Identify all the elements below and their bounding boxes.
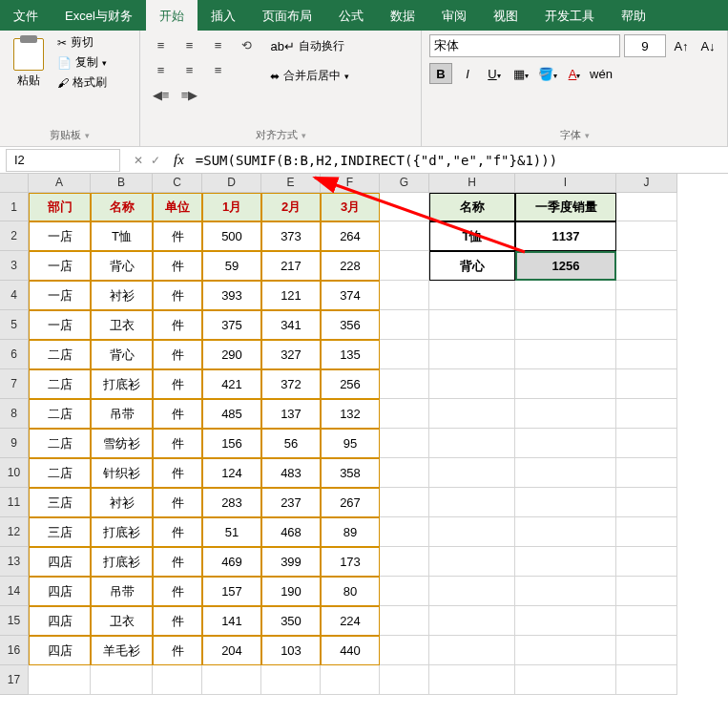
cell-J10[interactable]	[616, 458, 677, 488]
cell-C10[interactable]: 件	[153, 458, 202, 488]
font-size-select[interactable]	[624, 34, 666, 57]
cell-I9[interactable]	[515, 429, 616, 458]
cell-F14[interactable]: 80	[321, 577, 380, 606]
format-painter-button[interactable]: 🖌格式刷	[57, 74, 107, 91]
cell-B1[interactable]: 名称	[91, 193, 153, 221]
cell-G6[interactable]	[380, 340, 429, 369]
row-header-9[interactable]: 9	[0, 429, 29, 458]
cell-F15[interactable]: 224	[321, 606, 380, 636]
select-all-corner[interactable]	[0, 174, 29, 193]
row-header-12[interactable]: 12	[0, 517, 29, 547]
align-mid-button[interactable]: ≡	[177, 34, 201, 55]
row-header-16[interactable]: 16	[0, 636, 29, 665]
cell-B11[interactable]: 衬衫	[91, 488, 153, 517]
cell-F7[interactable]: 256	[321, 369, 380, 399]
cell-D4[interactable]: 393	[202, 281, 261, 310]
cell-D1[interactable]: 1月	[202, 193, 261, 221]
cell-C11[interactable]: 件	[153, 488, 202, 517]
row-header-6[interactable]: 6	[0, 340, 29, 369]
cell-I14[interactable]	[515, 577, 616, 606]
cell-A4[interactable]: 一店	[29, 281, 91, 310]
row-header-5[interactable]: 5	[0, 310, 29, 340]
cell-J12[interactable]	[616, 517, 677, 547]
merge-button[interactable]: ⬌合并后居中 ▾	[270, 68, 349, 84]
paste-button[interactable]: 粘贴	[8, 34, 50, 91]
cell-E12[interactable]: 468	[261, 517, 321, 547]
cell-D17[interactable]	[202, 665, 261, 695]
row-header-1[interactable]: 1	[0, 193, 29, 221]
col-header-B[interactable]: B	[91, 174, 153, 193]
cell-C15[interactable]: 件	[153, 606, 202, 636]
cell-F4[interactable]: 374	[321, 281, 380, 310]
cell-H10[interactable]	[429, 458, 515, 488]
cell-H16[interactable]	[429, 636, 515, 665]
cell-C6[interactable]: 件	[153, 340, 202, 369]
row-header-14[interactable]: 14	[0, 577, 29, 606]
row-header-3[interactable]: 3	[0, 251, 29, 281]
cell-C5[interactable]: 件	[153, 310, 202, 340]
cell-E13[interactable]: 399	[261, 547, 321, 577]
cell-D5[interactable]: 375	[202, 310, 261, 340]
cell-F11[interactable]: 267	[321, 488, 380, 517]
cell-G11[interactable]	[380, 488, 429, 517]
cell-A15[interactable]: 四店	[29, 606, 91, 636]
col-header-C[interactable]: C	[153, 174, 202, 193]
cell-J5[interactable]	[616, 310, 677, 340]
italic-button[interactable]: I	[456, 63, 479, 84]
tab-视图[interactable]: 视图	[480, 0, 531, 31]
fx-icon[interactable]: fx	[168, 152, 190, 168]
underline-button[interactable]: U▾	[483, 63, 506, 84]
cell-I4[interactable]	[515, 281, 616, 310]
cell-F13[interactable]: 173	[321, 547, 380, 577]
cut-button[interactable]: ✂剪切	[57, 34, 107, 51]
cell-D16[interactable]: 204	[202, 636, 261, 665]
copy-button[interactable]: 📄复制 ▾	[57, 54, 107, 71]
font-inc-button[interactable]: A↑	[670, 35, 693, 56]
tab-开始[interactable]: 开始	[146, 0, 198, 31]
cell-B9[interactable]: 雪纺衫	[91, 429, 153, 458]
tab-文件[interactable]: 文件	[0, 0, 52, 31]
fill-color-button[interactable]: 🪣▾	[536, 63, 559, 84]
row-header-10[interactable]: 10	[0, 458, 29, 488]
cell-B14[interactable]: 吊带	[91, 577, 153, 606]
align-right-button[interactable]: ≡	[205, 59, 230, 80]
col-header-A[interactable]: A	[29, 174, 91, 193]
cell-I10[interactable]	[515, 458, 616, 488]
cell-J2[interactable]	[616, 221, 677, 251]
cell-C2[interactable]: 件	[153, 221, 202, 251]
cell-F16[interactable]: 440	[321, 636, 380, 665]
cell-H11[interactable]	[429, 488, 515, 517]
cell-H6[interactable]	[429, 340, 515, 369]
font-color-button[interactable]: A▾	[563, 63, 586, 84]
phonetic-button[interactable]: wén	[590, 63, 613, 84]
cell-E17[interactable]	[261, 665, 321, 695]
cell-C3[interactable]: 件	[153, 251, 202, 281]
cell-B15[interactable]: 卫衣	[91, 606, 153, 636]
tab-插入[interactable]: 插入	[198, 0, 249, 31]
cell-E10[interactable]: 483	[261, 458, 321, 488]
cell-I13[interactable]	[515, 547, 616, 577]
cell-G13[interactable]	[380, 547, 429, 577]
align-left-button[interactable]: ≡	[148, 59, 173, 80]
cell-E15[interactable]: 350	[261, 606, 321, 636]
cell-E6[interactable]: 327	[261, 340, 321, 369]
row-header-2[interactable]: 2	[0, 221, 29, 251]
cell-A11[interactable]: 三店	[29, 488, 91, 517]
cell-E9[interactable]: 56	[261, 429, 321, 458]
cell-E4[interactable]: 121	[261, 281, 321, 310]
cell-D6[interactable]: 290	[202, 340, 261, 369]
cell-C14[interactable]: 件	[153, 577, 202, 606]
cell-J13[interactable]	[616, 547, 677, 577]
cell-J11[interactable]	[616, 488, 677, 517]
tab-页面布局[interactable]: 页面布局	[249, 0, 325, 31]
align-bot-button[interactable]: ≡	[205, 34, 230, 55]
cell-A10[interactable]: 二店	[29, 458, 91, 488]
cell-B4[interactable]: 衬衫	[91, 281, 153, 310]
cell-J16[interactable]	[616, 636, 677, 665]
cell-D10[interactable]: 124	[202, 458, 261, 488]
cell-C12[interactable]: 件	[153, 517, 202, 547]
cell-A9[interactable]: 二店	[29, 429, 91, 458]
cell-D12[interactable]: 51	[202, 517, 261, 547]
cell-G14[interactable]	[380, 577, 429, 606]
indent-inc-button[interactable]: ≡▶	[177, 84, 201, 105]
